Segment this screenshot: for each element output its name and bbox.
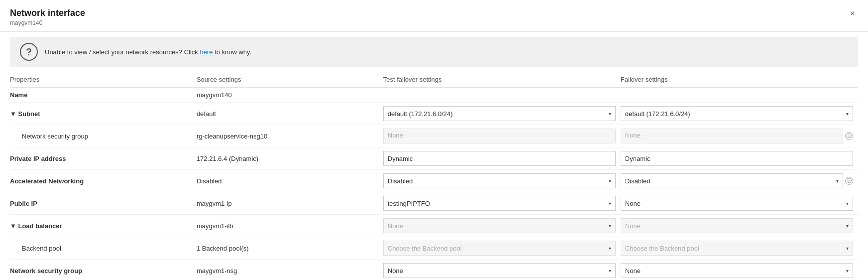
table-row: ▼ Subnetdefaultdefault (172.21.6.0/24)▾d… <box>10 103 858 125</box>
table-row: Backend pool1 Backend pool(s)Choose the … <box>10 237 858 260</box>
test-failover-cell-subnet: default (172.21.6.0/24)▾ <box>383 103 621 125</box>
acc-networking-fo-chevron-icon: ▾ <box>836 178 839 184</box>
load-balancer-tf-chevron-icon: ▾ <box>609 223 611 229</box>
public-ip-tf-dropdown[interactable]: testingPIPTFO▾ <box>383 196 616 211</box>
dialog-header: Network interface maygvm140 × <box>0 0 868 32</box>
property-cell-name: Name <box>10 88 197 103</box>
col-source: Source settings <box>197 72 383 88</box>
public-ip-fo-dropdown[interactable]: None▾ <box>621 196 853 211</box>
property-cell-acc-networking: Accelerated Networking <box>10 170 197 192</box>
failover-cell-public-ip: None▾ <box>621 192 858 215</box>
col-properties: Properties <box>10 72 197 88</box>
table-row: Public IPmaygvm1-iptestingPIPTFO▾None▾ <box>10 192 858 215</box>
close-button[interactable]: × <box>847 8 858 19</box>
test-failover-cell-public-ip: testingPIPTFO▾ <box>383 192 621 215</box>
property-cell-nsg: Network security group <box>10 125 197 147</box>
property-cell-public-ip: Public IP <box>10 192 197 215</box>
banner-text-before: Unable to view / select your network res… <box>45 48 200 56</box>
subnet-fo-chevron-icon: ▾ <box>846 111 849 117</box>
acc-networking-tf-chevron-icon: ▾ <box>609 178 611 184</box>
title-group: Network interface maygvm140 <box>10 8 85 26</box>
col-test-failover: Test failover settings <box>383 72 621 88</box>
test-failover-cell-load-balancer: None▾ <box>383 215 621 237</box>
failover-cell-nsg2: None▾ <box>621 260 858 278</box>
properties-table-container: Properties Source settings Test failover… <box>0 72 868 278</box>
nsg2-fo-chevron-icon: ▾ <box>846 268 849 274</box>
acc-networking-tf-dropdown[interactable]: Disabled▾ <box>383 173 616 188</box>
property-cell-load-balancer: ▼ Load balancer <box>10 215 197 237</box>
dialog-subtitle: maygvm140 <box>10 19 85 26</box>
source-cell-private-ip: 172.21.6.4 (Dynamic) <box>197 147 383 170</box>
backend-pool-fo-chevron-icon: ▾ <box>846 246 849 251</box>
load-balancer-fo-chevron-icon: ▾ <box>846 223 849 229</box>
property-cell-private-ip: Private IP address <box>10 147 197 170</box>
failover-cell-private-ip <box>621 147 858 170</box>
test-failover-cell-acc-networking: Disabled▾ <box>383 170 621 192</box>
source-cell-public-ip: maygvm1-ip <box>197 192 383 215</box>
acc-networking-fo-info-icon[interactable]: ⓘ <box>845 177 853 185</box>
load-balancer-tf-dropdown[interactable]: None▾ <box>383 218 616 233</box>
table-row: Network security groupmaygvm1-nsgNone▾No… <box>10 260 858 278</box>
nsg-fo-info-icon[interactable]: ⓘ <box>845 132 853 140</box>
table-row: ▼ Load balancermaygvm1-ilbNone▾None▾ <box>10 215 858 237</box>
properties-table: Properties Source settings Test failover… <box>10 72 858 278</box>
backend-pool-tf-dropdown[interactable]: Choose the Backend pool▾ <box>383 241 616 256</box>
property-cell-backend-pool: Backend pool <box>10 237 197 260</box>
test-failover-cell-nsg: None <box>383 125 621 147</box>
nsg2-fo-dropdown[interactable]: None▾ <box>621 263 853 278</box>
col-failover: Failover settings <box>621 72 858 88</box>
backend-pool-tf-chevron-icon: ▾ <box>609 246 611 251</box>
failover-cell-load-balancer: None▾ <box>621 215 858 237</box>
table-row: Namemaygvm140 <box>10 88 858 103</box>
table-row: Accelerated NetworkingDisabledDisabled▾D… <box>10 170 858 192</box>
property-cell-nsg2: Network security group <box>10 260 197 278</box>
failover-cell-acc-networking: Disabled▾ⓘ <box>621 170 858 192</box>
private-ip-tf-input[interactable] <box>383 151 616 166</box>
network-interface-dialog: Network interface maygvm140 × ? Unable t… <box>0 0 868 278</box>
source-cell-acc-networking: Disabled <box>197 170 383 192</box>
source-cell-subnet: default <box>197 103 383 125</box>
banner-text: Unable to view / select your network res… <box>45 48 251 56</box>
subnet-fo-dropdown[interactable]: default (172.21.6.0/24)▾ <box>621 106 853 121</box>
public-ip-tf-chevron-icon: ▾ <box>609 201 611 206</box>
source-cell-load-balancer: maygvm1-ilb <box>197 215 383 237</box>
backend-pool-fo-dropdown[interactable]: Choose the Backend pool▾ <box>621 241 853 256</box>
failover-cell-name <box>621 88 858 103</box>
table-row: Network security grouprg-cleanupservice-… <box>10 125 858 147</box>
acc-networking-fo-dropdown[interactable]: Disabled▾ <box>621 173 843 188</box>
public-ip-fo-chevron-icon: ▾ <box>846 201 849 206</box>
failover-cell-subnet: default (172.21.6.0/24)▾ <box>621 103 858 125</box>
subnet-tf-chevron-icon: ▾ <box>609 111 611 117</box>
info-banner: ? Unable to view / select your network r… <box>10 37 858 67</box>
source-cell-nsg2: maygvm1-nsg <box>197 260 383 278</box>
private-ip-fo-input[interactable] <box>621 151 853 166</box>
nsg-fo-input: None <box>621 129 843 143</box>
source-cell-nsg: rg-cleanupservice-nsg10 <box>197 125 383 147</box>
source-cell-backend-pool: 1 Backend pool(s) <box>197 237 383 260</box>
source-cell-name: maygvm140 <box>197 88 383 103</box>
dialog-title: Network interface <box>10 8 85 18</box>
banner-link[interactable]: here <box>200 48 213 56</box>
property-cell-subnet: ▼ Subnet <box>10 103 197 125</box>
test-failover-cell-name <box>383 88 621 103</box>
table-row: Private IP address172.21.6.4 (Dynamic) <box>10 147 858 170</box>
question-icon: ? <box>20 43 38 61</box>
load-balancer-fo-dropdown[interactable]: None▾ <box>621 218 853 233</box>
nsg2-tf-dropdown[interactable]: None▾ <box>383 263 616 278</box>
subnet-tf-dropdown[interactable]: default (172.21.6.0/24)▾ <box>383 106 616 121</box>
table-header-row: Properties Source settings Test failover… <box>10 72 858 88</box>
failover-cell-nsg: Noneⓘ <box>621 125 858 147</box>
nsg2-tf-chevron-icon: ▾ <box>609 268 611 274</box>
test-failover-cell-nsg2: None▾ <box>383 260 621 278</box>
failover-cell-backend-pool: Choose the Backend pool▾ <box>621 237 858 260</box>
test-failover-cell-private-ip <box>383 147 621 170</box>
test-failover-cell-backend-pool: Choose the Backend pool▾ <box>383 237 621 260</box>
nsg-tf-text: None <box>383 129 616 143</box>
banner-text-after: to know why. <box>213 48 251 56</box>
